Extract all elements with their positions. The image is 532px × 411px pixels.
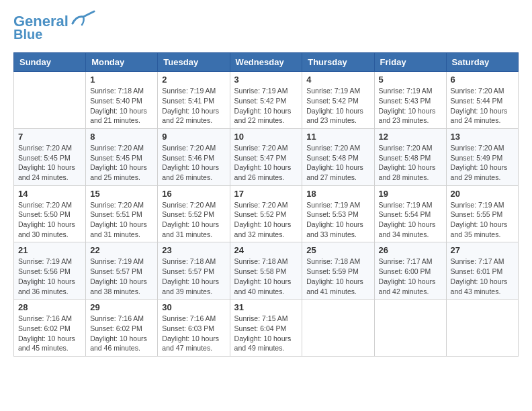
day-info: Sunrise: 7:17 AMSunset: 6:00 PMDaylight:…	[379, 257, 442, 296]
calendar-cell: 9Sunrise: 7:20 AMSunset: 5:46 PMDaylight…	[158, 128, 230, 185]
day-info: Sunrise: 7:20 AMSunset: 5:51 PMDaylight:…	[90, 200, 153, 240]
day-info: Sunrise: 7:20 AMSunset: 5:45 PMDaylight:…	[18, 143, 81, 183]
logo-blue-text: Blue	[13, 27, 42, 42]
day-number: 5	[379, 75, 442, 85]
calendar-day-header: Thursday	[302, 53, 374, 72]
calendar-cell: 1Sunrise: 7:18 AMSunset: 5:40 PMDaylight…	[86, 72, 158, 129]
day-info: Sunrise: 7:18 AMSunset: 5:59 PMDaylight:…	[306, 257, 369, 296]
calendar-cell: 29Sunrise: 7:16 AMSunset: 6:02 PMDayligh…	[86, 300, 158, 357]
day-info: Sunrise: 7:19 AMSunset: 5:42 PMDaylight:…	[306, 86, 369, 126]
day-info: Sunrise: 7:20 AMSunset: 5:50 PMDaylight:…	[18, 200, 81, 240]
calendar-day-header: Wednesday	[230, 53, 302, 72]
calendar-cell: 17Sunrise: 7:20 AMSunset: 5:52 PMDayligh…	[230, 185, 302, 242]
logo-bird-icon	[70, 10, 95, 29]
calendar-cell: 21Sunrise: 7:19 AMSunset: 5:56 PMDayligh…	[14, 242, 86, 300]
calendar-cell	[14, 72, 86, 129]
calendar-week-row: 21Sunrise: 7:19 AMSunset: 5:56 PMDayligh…	[14, 242, 519, 300]
day-number: 7	[18, 132, 81, 142]
day-number: 21	[18, 245, 81, 255]
day-number: 24	[234, 245, 298, 255]
calendar-cell	[302, 300, 374, 357]
day-number: 17	[234, 189, 298, 199]
day-number: 6	[451, 75, 514, 85]
calendar-cell: 18Sunrise: 7:19 AMSunset: 5:53 PMDayligh…	[302, 185, 374, 242]
calendar-cell: 20Sunrise: 7:19 AMSunset: 5:55 PMDayligh…	[446, 185, 518, 242]
day-info: Sunrise: 7:19 AMSunset: 5:41 PMDaylight:…	[162, 86, 225, 126]
day-info: Sunrise: 7:18 AMSunset: 5:58 PMDaylight:…	[234, 257, 298, 296]
day-number: 27	[451, 245, 514, 255]
day-info: Sunrise: 7:17 AMSunset: 6:01 PMDaylight:…	[451, 257, 514, 296]
day-number: 2	[162, 75, 225, 85]
day-info: Sunrise: 7:20 AMSunset: 5:45 PMDaylight:…	[90, 143, 153, 183]
day-info: Sunrise: 7:19 AMSunset: 5:55 PMDaylight:…	[451, 200, 514, 240]
page-header: General Blue	[13, 13, 519, 42]
day-info: Sunrise: 7:19 AMSunset: 5:54 PMDaylight:…	[379, 200, 442, 240]
day-number: 14	[18, 189, 81, 199]
calendar-cell: 26Sunrise: 7:17 AMSunset: 6:00 PMDayligh…	[374, 242, 446, 300]
day-number: 8	[90, 132, 153, 142]
calendar-cell: 2Sunrise: 7:19 AMSunset: 5:41 PMDaylight…	[158, 72, 230, 129]
calendar-cell: 31Sunrise: 7:15 AMSunset: 6:04 PMDayligh…	[230, 300, 302, 357]
calendar-day-header: Monday	[86, 53, 158, 72]
day-info: Sunrise: 7:19 AMSunset: 5:42 PMDaylight:…	[234, 86, 298, 126]
day-info: Sunrise: 7:20 AMSunset: 5:46 PMDaylight:…	[162, 143, 225, 183]
calendar-cell: 7Sunrise: 7:20 AMSunset: 5:45 PMDaylight…	[14, 128, 86, 185]
day-number: 12	[379, 132, 442, 142]
calendar-cell: 13Sunrise: 7:20 AMSunset: 5:49 PMDayligh…	[446, 128, 518, 185]
calendar-cell: 5Sunrise: 7:19 AMSunset: 5:43 PMDaylight…	[374, 72, 446, 129]
calendar-cell: 16Sunrise: 7:20 AMSunset: 5:52 PMDayligh…	[158, 185, 230, 242]
day-number: 9	[162, 132, 225, 142]
day-info: Sunrise: 7:20 AMSunset: 5:48 PMDaylight:…	[306, 143, 369, 183]
calendar-cell: 11Sunrise: 7:20 AMSunset: 5:48 PMDayligh…	[302, 128, 374, 185]
calendar-cell: 30Sunrise: 7:16 AMSunset: 6:03 PMDayligh…	[158, 300, 230, 357]
day-number: 25	[306, 245, 369, 255]
day-info: Sunrise: 7:20 AMSunset: 5:44 PMDaylight:…	[451, 86, 514, 126]
day-info: Sunrise: 7:19 AMSunset: 5:57 PMDaylight:…	[90, 257, 153, 296]
day-info: Sunrise: 7:16 AMSunset: 6:02 PMDaylight:…	[18, 314, 81, 353]
calendar-cell: 23Sunrise: 7:18 AMSunset: 5:57 PMDayligh…	[158, 242, 230, 300]
day-number: 28	[18, 302, 81, 312]
day-number: 26	[379, 245, 442, 255]
calendar-header-row: SundayMondayTuesdayWednesdayThursdayFrid…	[14, 53, 519, 72]
day-info: Sunrise: 7:16 AMSunset: 6:02 PMDaylight:…	[90, 314, 153, 353]
calendar-cell: 27Sunrise: 7:17 AMSunset: 6:01 PMDayligh…	[446, 242, 518, 300]
calendar-cell: 25Sunrise: 7:18 AMSunset: 5:59 PMDayligh…	[302, 242, 374, 300]
day-info: Sunrise: 7:20 AMSunset: 5:49 PMDaylight:…	[451, 143, 514, 183]
day-info: Sunrise: 7:19 AMSunset: 5:56 PMDaylight:…	[18, 257, 81, 296]
day-number: 18	[306, 189, 369, 199]
day-number: 1	[90, 75, 153, 85]
calendar-cell: 15Sunrise: 7:20 AMSunset: 5:51 PMDayligh…	[86, 185, 158, 242]
calendar-cell: 19Sunrise: 7:19 AMSunset: 5:54 PMDayligh…	[374, 185, 446, 242]
calendar-day-header: Sunday	[14, 53, 86, 72]
day-number: 3	[234, 75, 298, 85]
day-number: 13	[451, 132, 514, 142]
calendar-table: SundayMondayTuesdayWednesdayThursdayFrid…	[13, 52, 519, 357]
day-number: 29	[90, 302, 153, 312]
day-info: Sunrise: 7:20 AMSunset: 5:47 PMDaylight:…	[234, 143, 298, 183]
calendar-day-header: Friday	[374, 53, 446, 72]
day-number: 22	[90, 245, 153, 255]
calendar-week-row: 28Sunrise: 7:16 AMSunset: 6:02 PMDayligh…	[14, 300, 519, 357]
calendar-cell: 4Sunrise: 7:19 AMSunset: 5:42 PMDaylight…	[302, 72, 374, 129]
day-number: 30	[162, 302, 225, 312]
calendar-day-header: Tuesday	[158, 53, 230, 72]
day-number: 31	[234, 302, 298, 312]
day-info: Sunrise: 7:20 AMSunset: 5:52 PMDaylight:…	[234, 200, 298, 240]
day-number: 16	[162, 189, 225, 199]
day-number: 19	[379, 189, 442, 199]
calendar-cell: 10Sunrise: 7:20 AMSunset: 5:47 PMDayligh…	[230, 128, 302, 185]
day-number: 4	[306, 75, 369, 85]
day-info: Sunrise: 7:19 AMSunset: 5:53 PMDaylight:…	[306, 200, 369, 240]
day-info: Sunrise: 7:18 AMSunset: 5:40 PMDaylight:…	[90, 86, 153, 126]
calendar-week-row: 7Sunrise: 7:20 AMSunset: 5:45 PMDaylight…	[14, 128, 519, 185]
calendar-cell: 24Sunrise: 7:18 AMSunset: 5:58 PMDayligh…	[230, 242, 302, 300]
calendar-week-row: 14Sunrise: 7:20 AMSunset: 5:50 PMDayligh…	[14, 185, 519, 242]
day-number: 20	[451, 189, 514, 199]
day-info: Sunrise: 7:19 AMSunset: 5:43 PMDaylight:…	[379, 86, 442, 126]
calendar-week-row: 1Sunrise: 7:18 AMSunset: 5:40 PMDaylight…	[14, 72, 519, 129]
calendar-cell	[374, 300, 446, 357]
day-number: 23	[162, 245, 225, 255]
calendar-cell: 22Sunrise: 7:19 AMSunset: 5:57 PMDayligh…	[86, 242, 158, 300]
day-info: Sunrise: 7:16 AMSunset: 6:03 PMDaylight:…	[162, 314, 225, 353]
day-number: 10	[234, 132, 298, 142]
